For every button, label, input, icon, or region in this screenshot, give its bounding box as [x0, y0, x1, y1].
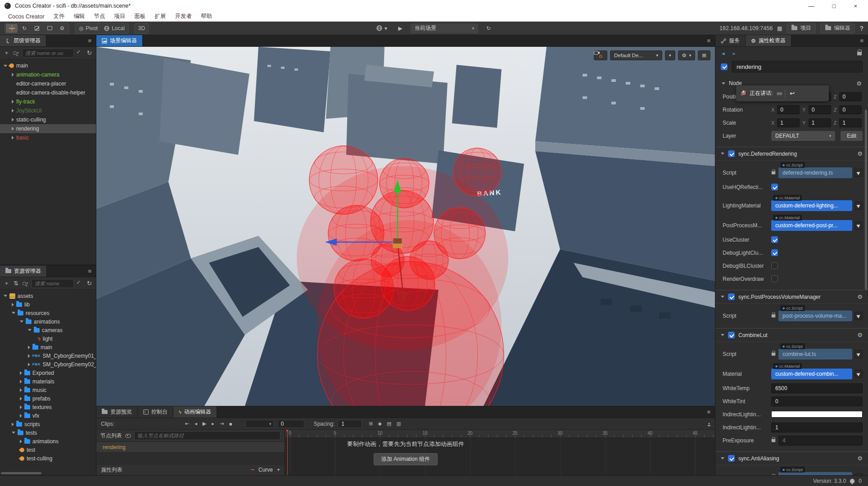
asset-node-exported[interactable]: Exported	[0, 369, 96, 377]
script-asset-field[interactable]: post-process-volume-ma...	[778, 310, 852, 321]
asset-node-cameras[interactable]: cameras	[0, 326, 96, 334]
asset-node-cyborg01[interactable]: FBXSM_CyborgEnemy01_ba	[0, 351, 96, 360]
play-animation-button[interactable]: ▶	[203, 421, 206, 427]
skip-to-end-button[interactable]: ⇥	[220, 421, 224, 427]
scene-viewport[interactable]: BANK ☼ Default De...▾ ▾ ⚙▾ ⊞	[96, 47, 715, 406]
timeline-playhead[interactable]	[287, 430, 288, 475]
collapse-arrow-icon[interactable]	[4, 295, 7, 297]
whitetemp-field[interactable]: 6500	[771, 383, 863, 393]
collapse-all-icon[interactable]: ↕	[75, 279, 85, 288]
asset-node-test-culling[interactable]: test-culling	[0, 454, 96, 463]
collapse-arrow-icon[interactable]	[721, 296, 724, 298]
preview-browser-button[interactable]: ▾	[374, 24, 390, 33]
tab-services[interactable]: 服务	[715, 35, 746, 46]
nav-back-button[interactable]: ◂	[722, 50, 725, 57]
component-enabled-checkbox[interactable]	[728, 455, 735, 462]
refresh-assets-icon[interactable]: ↻	[86, 280, 93, 287]
expand-all-icon[interactable]: ↕	[75, 48, 85, 58]
gizmo-settings-button[interactable]: ⚙	[56, 24, 68, 33]
asset-node-materials[interactable]: materials	[0, 377, 96, 386]
animation-timeline[interactable]: 0 5 10 15 20 25 30 35 40 45	[285, 430, 715, 475]
expand-arrow-icon[interactable]	[20, 414, 22, 418]
menu-developer[interactable]: 开发者	[171, 13, 197, 20]
collapse-arrow-icon[interactable]	[12, 312, 15, 314]
expand-arrow-icon[interactable]	[12, 303, 14, 306]
asset-node-light[interactable]: ϟlight	[0, 334, 96, 343]
tab-hierarchy[interactable]: 层级管理器	[0, 35, 46, 46]
curve-label[interactable]: Curve	[258, 467, 273, 473]
hierarchy-node-basic[interactable]: basic	[0, 133, 96, 142]
asset-picker-button[interactable]	[854, 350, 863, 358]
asset-node-cyborg02[interactable]: FBXSM_CyborgEnemy02_ba	[0, 360, 96, 369]
asset-node-scripts[interactable]: scripts	[0, 420, 96, 428]
scene-gizmo-settings-button[interactable]: ⚙▾	[678, 50, 696, 60]
rotate-tool-button[interactable]: ↻	[18, 24, 30, 33]
add-property-button[interactable]: +	[277, 467, 280, 473]
menu-project[interactable]: 项目	[110, 13, 130, 20]
hierarchy-node-static-culling[interactable]: static-culling	[0, 115, 96, 124]
sort-assets-icon[interactable]: ⇅	[13, 280, 19, 287]
assets-horizontal-scrollbar[interactable]	[1, 472, 41, 474]
nav-forward-button[interactable]: ▸	[733, 50, 736, 57]
usehq-checkbox[interactable]	[771, 184, 778, 190]
layer-edit-button[interactable]: Edit	[841, 131, 863, 141]
postprocess-material-field[interactable]: custom-deferred-post-pr...	[771, 220, 852, 231]
menu-panel[interactable]: 面板	[130, 13, 150, 20]
play-button[interactable]: ▶	[394, 24, 406, 33]
component-header[interactable]: CombineLut ⚙	[715, 328, 868, 342]
menu-node[interactable]: 节点	[90, 13, 110, 20]
usecluster-checkbox[interactable]	[771, 236, 778, 243]
tab-assets[interactable]: 资源管理器	[0, 266, 47, 277]
component-header[interactable]: sync.PostProcessVolumeManager ⚙	[715, 290, 868, 304]
material-field[interactable]: custom-deferred-combin...	[771, 369, 852, 379]
expand-arrow-icon[interactable]	[12, 136, 14, 140]
expand-arrow-icon[interactable]	[12, 73, 14, 76]
skip-to-start-button[interactable]: ⇤	[185, 421, 189, 427]
layer-select[interactable]: DEFAULT▾	[771, 131, 835, 141]
hierarchy-node-rendering-selected[interactable]: rendering	[0, 124, 96, 133]
menu-extension[interactable]: 扩展	[150, 13, 171, 20]
scale-tool-button[interactable]	[31, 24, 43, 33]
collapse-panel-icon[interactable]: ▴	[708, 422, 710, 426]
node-settings-gear-icon[interactable]: ⚙	[856, 80, 862, 87]
search-filter-button[interactable]: ▾	[22, 280, 29, 287]
asset-picker-button[interactable]	[854, 221, 863, 230]
stop-animation-button[interactable]: ■	[229, 421, 232, 427]
debuglight-checkbox[interactable]	[771, 249, 778, 256]
camera-settings-button[interactable]: ▾	[665, 50, 675, 60]
asset-picker-button[interactable]	[854, 169, 863, 177]
node-active-checkbox[interactable]	[721, 63, 728, 70]
assets-menu-icon[interactable]: ≡	[83, 266, 96, 277]
maximize-button[interactable]: □	[832, 3, 836, 9]
assets-search-input[interactable]	[35, 281, 71, 286]
gizmo-center-handle[interactable]	[393, 238, 402, 244]
debugibl-checkbox[interactable]	[771, 262, 778, 269]
animation-node-rendering[interactable]: rendering	[96, 442, 285, 453]
asset-node-main[interactable]: main	[0, 343, 96, 351]
inspector-scrollbar[interactable]	[865, 110, 867, 290]
insert-keyframe-icon[interactable]: ◆	[378, 421, 382, 427]
whitetint-field[interactable]: 0	[771, 396, 863, 406]
copy-keyframe-icon[interactable]: ▤	[387, 421, 391, 427]
scale-z-field[interactable]: 1	[839, 118, 862, 127]
component-header[interactable]: sync.DeferredRendering ⚙	[715, 147, 868, 161]
scene-menu-icon[interactable]: ≡	[702, 35, 715, 46]
expand-arrow-icon[interactable]	[28, 363, 30, 366]
search-filter-button[interactable]: ▾	[13, 50, 19, 57]
asset-node-resources[interactable]: resources	[0, 309, 96, 317]
scale-x-field[interactable]: 1	[777, 118, 800, 127]
component-gear-icon[interactable]: ⚙	[857, 455, 863, 462]
refresh-scene-button[interactable]: ↻	[483, 24, 494, 33]
collapse-arrow-icon[interactable]	[721, 153, 724, 155]
expand-arrow-icon[interactable]	[20, 440, 22, 443]
hierarchy-node-editor-camera-placer[interactable]: editor-camera-placer	[0, 79, 96, 88]
expand-arrow-icon[interactable]	[20, 397, 22, 400]
expand-arrow-icon[interactable]	[12, 423, 14, 426]
overdraw-checkbox[interactable]	[771, 275, 778, 282]
tab-console[interactable]: 控制台	[138, 406, 173, 418]
undo-icon[interactable]: ↩	[790, 90, 795, 97]
visibility-eye-icon[interactable]	[125, 434, 131, 438]
asset-node-tests-animations[interactable]: animations	[0, 437, 96, 446]
tab-inspector[interactable]: ⚙ 属性检查器	[746, 35, 791, 46]
previous-frame-button[interactable]: ◂	[194, 421, 197, 427]
